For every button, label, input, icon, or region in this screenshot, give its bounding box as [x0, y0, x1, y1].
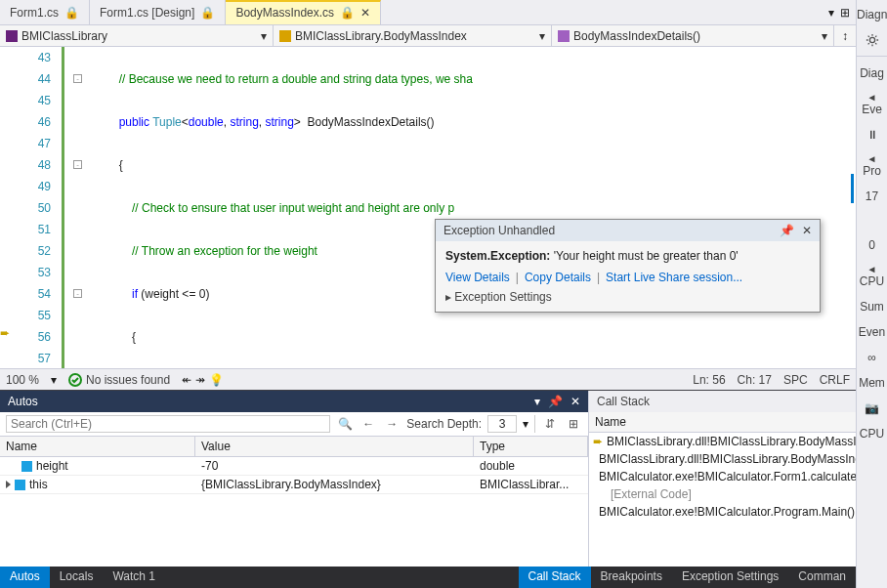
class-icon [279, 30, 291, 42]
tab-locals[interactable]: Locals [50, 567, 104, 588]
close-icon[interactable]: ✕ [360, 6, 370, 20]
fold-toggle[interactable]: - [73, 74, 82, 83]
variable-row[interactable]: this {BMIClassLibrary.BodyMassIndex} BMI… [0, 476, 588, 494]
line-indicator[interactable]: Ln: 56 [693, 373, 725, 387]
tab-overflow-icon[interactable]: ▾ [828, 6, 834, 20]
fold-toggle[interactable]: - [73, 160, 82, 169]
prev-issue-icon[interactable]: ↞ [182, 373, 191, 387]
gear-icon[interactable] [857, 29, 887, 57]
events-label: ◄ Eve [857, 88, 887, 120]
pin-icon[interactable]: 📌 [780, 224, 794, 237]
search-prev-icon[interactable]: ← [359, 415, 377, 433]
snapshot-icon[interactable]: 📷 [857, 398, 887, 419]
diagnostics-strip: Diagn Diag ◄ Eve ⏸ ◄ Pro 17 0 ◄ CPU Sum … [856, 0, 887, 588]
panel-menu-icon[interactable]: ▾ [534, 395, 540, 408]
solution-explorer-icon[interactable]: ⊞ [840, 6, 850, 20]
copy-details-link[interactable]: Copy Details [525, 271, 591, 284]
bottom-tab-bar: Autos Locals Watch 1 Call Stack Breakpoi… [0, 567, 856, 588]
depth-label: Search Depth: [406, 417, 482, 431]
tab-breakpoints[interactable]: Breakpoints [591, 567, 672, 588]
split-icon[interactable]: ↕ [834, 25, 856, 46]
stack-frame[interactable]: ➨BMIClassLibrary.dll!BMIClassLibrary.Bod… [589, 433, 856, 450]
toolbar-icon-2[interactable]: ⊞ [565, 415, 582, 433]
overview-marker [851, 174, 854, 203]
class-combo[interactable]: BMIClassLibrary.BodyMassIndex ▾ [274, 25, 552, 46]
indent-mode[interactable]: SPC [783, 373, 808, 387]
project-combo-label: BMIClassLibrary [21, 29, 107, 43]
file-tab-form1-design[interactable]: Form1.cs [Design] 🔒 [90, 0, 226, 24]
code-text[interactable]: // Because we need to return a double an… [85, 47, 856, 368]
outlining-margin[interactable]: - - - [71, 47, 85, 368]
file-tab-label: BodyMassIndex.cs [235, 6, 334, 20]
method-combo[interactable]: BodyMassIndexDetails() ▾ [552, 25, 834, 46]
tab-exception-settings[interactable]: Exception Settings [672, 567, 788, 588]
line-ending-mode[interactable]: CRLF [820, 373, 850, 387]
project-combo[interactable]: BMIClassLibrary ▾ [0, 25, 274, 46]
breakpoint-margin[interactable]: ➨ [0, 47, 14, 368]
col-header-name[interactable]: Name [589, 412, 856, 433]
method-icon [558, 30, 570, 42]
search-icon[interactable]: 🔍 [336, 415, 354, 433]
file-tab-form1-cs[interactable]: Form1.cs 🔒 [0, 0, 90, 24]
close-icon[interactable]: ✕ [802, 224, 812, 237]
search-next-icon[interactable]: → [383, 415, 401, 433]
chevron-down-icon[interactable]: ▾ [523, 417, 528, 431]
lock-icon: 🔒 [64, 6, 79, 20]
summary-label[interactable]: Sum [857, 296, 887, 317]
pause-icon[interactable]: ⏸ [857, 124, 887, 146]
stack-frame[interactable]: BMICalculator.exe!BMICalculator.Form1.ca… [589, 468, 856, 485]
current-line-arrow-icon: ➨ [0, 326, 10, 340]
variable-row[interactable]: height -70 double [0, 457, 588, 476]
live-share-link[interactable]: Start Live Share session... [606, 271, 742, 284]
svg-rect-0 [6, 30, 18, 42]
search-input[interactable] [6, 415, 330, 433]
toolbar-icon-1[interactable]: ⇵ [541, 415, 559, 433]
autos-panel-title: Autos [8, 395, 38, 408]
change-margin [58, 47, 71, 368]
file-tab-bodymassindex[interactable]: BodyMassIndex.cs 🔒 ✕ [226, 0, 381, 24]
stack-frame[interactable]: BMICalculator.exe!BMICalculator.Program.… [589, 503, 856, 521]
events-label-2[interactable]: Even [857, 321, 887, 343]
method-combo-label: BodyMassIndexDetails() [573, 29, 700, 43]
expand-icon[interactable] [6, 481, 11, 488]
pin-icon[interactable]: 📌 [548, 395, 563, 408]
file-tab-bar: Form1.cs 🔒 Form1.cs [Design] 🔒 BodyMassI… [0, 0, 856, 25]
callstack-panel: Call Stack Name ➨BMIClassLibrary.dll!BMI… [589, 391, 856, 567]
svg-point-6 [869, 37, 874, 42]
tab-watch1[interactable]: Watch 1 [103, 567, 165, 588]
memory-label[interactable]: Mem [857, 372, 887, 394]
view-details-link[interactable]: View Details [445, 271, 510, 284]
issues-status[interactable]: No issues found [68, 373, 170, 387]
depth-value[interactable]: 3 [487, 415, 517, 433]
file-tab-label: Form1.cs [Design] [100, 6, 194, 20]
stack-frame[interactable]: BMIClassLibrary.dll!BMIClassLibrary.Body… [589, 450, 856, 468]
navigation-bar: BMIClassLibrary ▾ BMIClassLibrary.BodyMa… [0, 25, 856, 47]
code-editor[interactable]: ➨ 434445464748495051525354555657 - - - /… [0, 47, 856, 368]
process-value: 17 [857, 186, 887, 207]
diag-session-label[interactable]: Diag [857, 63, 887, 84]
chevron-down-icon: ▾ [261, 29, 267, 43]
zero-label: 0 [857, 234, 887, 256]
col-indicator[interactable]: Ch: 17 [738, 373, 772, 387]
cpu-label[interactable]: CPU [857, 423, 887, 444]
exception-popup-title: Exception Unhandled [444, 224, 555, 237]
zoom-level[interactable]: 100 % [6, 373, 39, 387]
col-header-name[interactable]: Name [0, 437, 195, 456]
tab-callstack[interactable]: Call Stack [519, 567, 591, 588]
tab-autos[interactable]: Autos [0, 567, 50, 588]
diagnostics-label[interactable]: Diagn [857, 4, 887, 25]
tab-command[interactable]: Comman [788, 567, 856, 588]
callstack-panel-title: Call Stack [597, 395, 650, 408]
col-header-type[interactable]: Type [474, 437, 588, 456]
check-icon [68, 373, 82, 387]
close-icon[interactable]: ✕ [570, 395, 580, 408]
col-header-value[interactable]: Value [195, 437, 474, 456]
next-issue-icon[interactable]: ↠ [195, 373, 205, 387]
events-icon[interactable]: ∞ [857, 347, 887, 368]
lightbulb-icon[interactable]: 💡 [209, 373, 224, 387]
exception-settings-expander[interactable]: ▸ Exception Settings [445, 290, 810, 304]
stack-frame-external[interactable]: [External Code] [589, 485, 856, 503]
zoom-chevron-icon[interactable]: ▾ [51, 373, 57, 387]
fold-toggle[interactable]: - [73, 289, 82, 298]
chevron-down-icon: ▾ [822, 29, 827, 43]
